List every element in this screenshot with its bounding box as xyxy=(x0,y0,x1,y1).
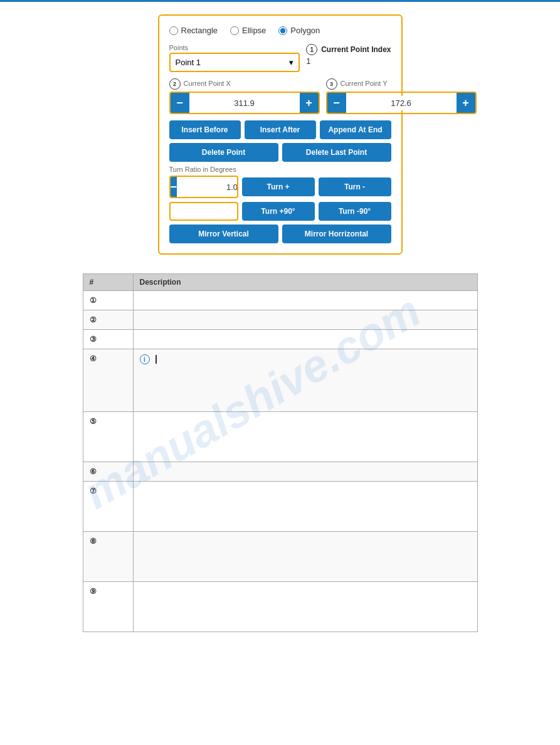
chevron-down-icon: ▾ xyxy=(289,58,293,67)
table-cell-desc xyxy=(133,330,477,349)
widget-panel: Rectangle Ellipse Polygon Points Point 1… xyxy=(158,14,403,255)
y-stepper: − + xyxy=(326,92,477,114)
table-row: ③ xyxy=(83,330,477,349)
turn-decrement-button[interactable]: − xyxy=(171,177,177,197)
reference-table: # Description ① ② ③ ④ xyxy=(83,273,478,632)
delete-point-button[interactable]: Delete Point xyxy=(169,143,278,162)
y-increment-button[interactable]: + xyxy=(457,93,475,113)
insert-append-row: Insert Before Insert After Append At End xyxy=(169,120,391,139)
circle-3-icon: 3 xyxy=(326,78,337,90)
delete-last-point-button[interactable]: Delete Last Point xyxy=(282,143,391,162)
table-cell-num: ⑦ xyxy=(83,482,133,532)
turn-ratio-input[interactable] xyxy=(177,180,238,194)
current-point-index-value: 1 xyxy=(306,56,391,66)
x-input[interactable] xyxy=(189,96,300,110)
table-cell-num: ⑤ xyxy=(83,412,133,462)
turn90-spacer xyxy=(169,202,238,221)
table-header-num: # xyxy=(83,274,133,291)
cursor-icon xyxy=(156,355,157,364)
radio-polygon-input[interactable] xyxy=(278,26,287,35)
insert-before-button[interactable]: Insert Before xyxy=(169,120,241,139)
table-header-desc: Description xyxy=(133,274,477,291)
mirror-horizontal-button[interactable]: Mirror Horrizontal xyxy=(282,225,391,243)
table-row: ⑥ xyxy=(83,462,477,482)
turn-plus90-button[interactable]: Turn +90° xyxy=(242,202,315,221)
current-point-index-wrap: 1 Current Point Index 1 xyxy=(306,44,391,66)
turn-minus90-button[interactable]: Turn -90° xyxy=(319,202,391,221)
y-input[interactable] xyxy=(346,96,457,110)
circle-1-icon: 1 xyxy=(306,44,317,55)
x-stepper: − + xyxy=(169,92,320,114)
turn-btn-group: Turn + Turn - xyxy=(242,177,391,196)
radio-polygon-label: Polygon xyxy=(290,26,320,35)
table-cell-num: ⑨ xyxy=(83,582,133,632)
x-increment-button[interactable]: + xyxy=(300,93,319,113)
y-field: 3 Current Point Y − + xyxy=(326,78,477,114)
turn-stepper: − + xyxy=(169,176,238,198)
turn-ratio-row: − + Turn + Turn - xyxy=(169,176,391,198)
points-dropdown-wrap: Points Point 1 ▾ xyxy=(169,44,300,72)
table-cell-desc xyxy=(133,412,477,462)
x-label: 2 Current Point X xyxy=(169,78,320,90)
table-cell-desc xyxy=(133,532,477,582)
turn-ratio-label: Turn Ratio in Degrees xyxy=(169,166,391,173)
table-cell-num: ⑥ xyxy=(83,462,133,482)
points-dropdown[interactable]: Point 1 ▾ xyxy=(169,53,300,72)
x-decrement-button[interactable]: − xyxy=(171,93,189,113)
insert-after-button[interactable]: Insert After xyxy=(245,120,316,139)
current-point-index-label: 1 Current Point Index xyxy=(306,44,391,55)
table-row: ⑨ xyxy=(83,582,477,632)
radio-rectangle-label: Rectangle xyxy=(181,26,218,35)
mirror-vertical-button[interactable]: Mirror Vertical xyxy=(169,225,278,243)
turn90-row: Turn +90° Turn -90° xyxy=(169,202,391,221)
table-row: ⑤ xyxy=(83,412,477,462)
xy-row: 2 Current Point X − + 3 Current Point Y … xyxy=(169,78,391,114)
y-decrement-button[interactable]: − xyxy=(327,93,346,113)
table-row: ① xyxy=(83,291,477,310)
page-content: Rectangle Ellipse Polygon Points Point 1… xyxy=(0,2,560,645)
mirror-row: Mirror Vertical Mirror Horrizontal xyxy=(169,225,391,243)
radio-ellipse[interactable]: Ellipse xyxy=(230,26,266,35)
radio-rectangle[interactable]: Rectangle xyxy=(169,26,218,35)
radio-ellipse-input[interactable] xyxy=(230,26,239,35)
radio-ellipse-label: Ellipse xyxy=(242,26,266,35)
points-label: Points xyxy=(169,44,300,51)
table-row: ④ i xyxy=(83,349,477,412)
x-field: 2 Current Point X − + xyxy=(169,78,320,114)
table-cell-num: ① xyxy=(83,291,133,310)
table-row: ⑦ xyxy=(83,482,477,532)
delete-row: Delete Point Delete Last Point xyxy=(169,143,391,162)
table-row: ⑧ xyxy=(83,532,477,582)
turn-plus-button[interactable]: Turn + xyxy=(242,177,315,196)
points-row: Points Point 1 ▾ 1 Current Point Index 1 xyxy=(169,44,391,72)
table-cell-num: ② xyxy=(83,310,133,330)
shape-radio-group: Rectangle Ellipse Polygon xyxy=(169,26,391,35)
table-cell-desc: i xyxy=(133,349,477,412)
turn-minus-button[interactable]: Turn - xyxy=(319,177,391,196)
points-dropdown-value: Point 1 xyxy=(176,58,201,67)
table-cell-desc xyxy=(133,310,477,330)
table-cell-num: ③ xyxy=(83,330,133,349)
table-cell-num: ④ xyxy=(83,349,133,412)
table-cell-desc xyxy=(133,291,477,310)
y-label: 3 Current Point Y xyxy=(326,78,477,90)
radio-polygon[interactable]: Polygon xyxy=(278,26,320,35)
circle-2-icon: 2 xyxy=(169,78,181,90)
table-row: ② xyxy=(83,310,477,330)
table-cell-desc xyxy=(133,482,477,532)
append-at-end-button[interactable]: Append At End xyxy=(320,120,391,139)
table-cell-desc xyxy=(133,462,477,482)
table-cell-desc xyxy=(133,582,477,632)
radio-rectangle-input[interactable] xyxy=(169,26,178,35)
table-cell-num: ⑧ xyxy=(83,532,133,582)
info-icon: i xyxy=(140,354,150,364)
turn90-btn-group: Turn +90° Turn -90° xyxy=(242,202,391,221)
